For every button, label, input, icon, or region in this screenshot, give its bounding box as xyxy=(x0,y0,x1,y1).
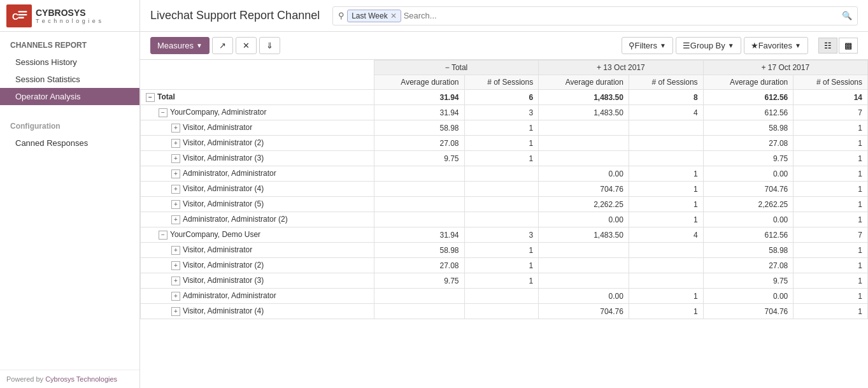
data-cell: 27.08 xyxy=(374,136,464,151)
expand-row-icon[interactable]: + xyxy=(171,215,180,224)
row-label-cell: +Visitor, Administrator xyxy=(141,120,374,136)
table-body: −Total31.9461,483.508612.5614−YourCompan… xyxy=(141,90,868,319)
logo-area: C CYBROSYS T e c h n o l o g i e s xyxy=(0,0,139,32)
toolbar-left: Measures ▼ ↗ ✕ ⇓ xyxy=(150,37,622,54)
col-sessions-oct13: # of Sessions xyxy=(629,75,703,90)
plus-icon-oct13[interactable]: + xyxy=(597,63,601,72)
data-cell: 4 xyxy=(629,227,703,243)
data-cell: 1 xyxy=(629,289,703,304)
collapse-row-icon[interactable]: − xyxy=(159,108,167,117)
expand-row-icon[interactable]: + xyxy=(171,154,180,163)
data-cell xyxy=(539,120,629,136)
sidebar-config-section: Configuration Canned Responses xyxy=(0,110,139,157)
table-row: +Visitor, Administrator (3)9.7519.751 xyxy=(141,273,868,289)
col-group-total: − Total xyxy=(374,61,538,75)
data-cell: 1 xyxy=(629,197,703,212)
measures-caret-icon: ▼ xyxy=(196,42,203,49)
row-label-cell: +Visitor, Administrator (2) xyxy=(141,136,374,151)
measures-button[interactable]: Measures ▼ xyxy=(150,37,210,54)
data-cell: 58.98 xyxy=(703,243,793,258)
data-cell: 3 xyxy=(464,105,539,120)
data-cell: 1 xyxy=(793,182,868,197)
data-cell xyxy=(539,243,629,258)
toolbar-right: ⚲ Filters ▼ ☰ Group By ▼ ★ Favorites ▼ ☷ xyxy=(622,37,858,54)
row-label-cell: −YourCompany, Administrator xyxy=(141,105,374,120)
data-cell xyxy=(374,197,464,212)
group-by-button[interactable]: ☰ Group By ▼ xyxy=(676,37,741,54)
col-sessions-total: # of Sessions xyxy=(464,75,539,90)
data-cell xyxy=(629,120,703,136)
chart-view-button[interactable]: ▩ xyxy=(839,38,858,54)
favorites-caret-icon: ▼ xyxy=(795,42,801,49)
download-button[interactable]: ⇓ xyxy=(259,37,280,54)
col-group-oct17: + 17 Oct 2017 xyxy=(703,61,867,75)
col-avg-dur-total: Average duration xyxy=(374,75,464,90)
data-cell: 1 xyxy=(629,166,703,182)
expand-row-icon[interactable]: + xyxy=(171,139,180,148)
expand-row-icon[interactable]: + xyxy=(171,292,180,301)
table-view-button[interactable]: ☷ xyxy=(818,38,837,54)
data-cell: 1 xyxy=(793,166,868,182)
data-cell: 1 xyxy=(793,273,868,289)
svg-rect-2 xyxy=(18,11,27,12)
sidebar-item-operator-analysis[interactable]: Operator Analysis xyxy=(0,88,139,105)
search-bar[interactable]: ⚲ Last Week ✕ 🔍 xyxy=(332,6,858,25)
data-cell: 1 xyxy=(793,243,868,258)
row-label-cell: +Visitor, Administrator (3) xyxy=(141,273,374,289)
collapse-icon: ✕ xyxy=(243,41,250,50)
expand-row-icon[interactable]: + xyxy=(171,246,180,255)
data-cell xyxy=(374,212,464,227)
expand-row-icon[interactable]: + xyxy=(171,277,180,285)
expand-row-icon[interactable]: + xyxy=(171,307,180,316)
data-cell: 1,483.50 xyxy=(539,105,629,120)
collapse-button[interactable]: ✕ xyxy=(236,37,257,54)
data-cell: 9.75 xyxy=(374,273,464,289)
download-icon: ⇓ xyxy=(266,41,273,50)
powered-by: Powered by Cybrosys Technologies xyxy=(0,370,139,388)
data-cell: 0.00 xyxy=(703,289,793,304)
collapse-row-icon[interactable]: − xyxy=(159,231,167,240)
table-row: +Visitor, Administrator (4)704.761704.76… xyxy=(141,304,868,319)
chart-view-icon: ▩ xyxy=(844,41,852,50)
sidebar-item-sessions-history[interactable]: Sessions History xyxy=(0,54,139,71)
table-row: +Visitor, Administrator58.98158.981 xyxy=(141,120,868,136)
data-cell: 9.75 xyxy=(703,273,793,289)
sidebar-item-canned-responses[interactable]: Canned Responses xyxy=(0,134,139,152)
data-cell: 1 xyxy=(464,136,539,151)
collapse-row-icon[interactable]: − xyxy=(146,93,155,102)
sidebar-item-session-statistics[interactable]: Session Statistics xyxy=(0,71,139,88)
powered-by-link[interactable]: Cybrosys Technologies xyxy=(45,375,117,383)
row-label-cell: +Visitor, Administrator xyxy=(141,243,374,258)
data-cell: 1 xyxy=(793,304,868,319)
col-group-oct13: + 13 Oct 2017 xyxy=(539,61,703,75)
group-by-icon: ☰ xyxy=(683,41,690,50)
expand-icon: ↗ xyxy=(219,41,226,50)
data-cell: 1 xyxy=(793,197,868,212)
data-cell xyxy=(539,258,629,273)
data-cell xyxy=(539,136,629,151)
expand-row-icon[interactable]: + xyxy=(171,169,180,178)
row-label-cell: +Visitor, Administrator (4) xyxy=(141,182,374,197)
favorites-button[interactable]: ★ Favorites ▼ xyxy=(744,37,808,54)
expand-button[interactable]: ↗ xyxy=(212,37,233,54)
table-row: +Visitor, Administrator (5)2,262.2512,26… xyxy=(141,197,868,212)
expand-row-icon[interactable]: + xyxy=(171,185,180,194)
row-label-cell: +Administrator, Administrator (2) xyxy=(141,212,374,227)
expand-row-icon[interactable]: + xyxy=(171,124,180,133)
data-cell: 4 xyxy=(629,105,703,120)
brand-sub: T e c h n o l o g i e s xyxy=(36,18,102,24)
search-input[interactable] xyxy=(404,11,842,20)
minus-icon-total[interactable]: − xyxy=(445,63,450,72)
data-cell: 1,483.50 xyxy=(539,227,629,243)
data-cell: 27.08 xyxy=(703,136,793,151)
data-cell xyxy=(629,243,703,258)
pivot-table-container: − Total + 13 Oct 2017 + 17 Oct 2017 xyxy=(140,60,868,388)
filter-remove-icon[interactable]: ✕ xyxy=(390,11,397,20)
plus-icon-oct17[interactable]: + xyxy=(761,63,765,72)
data-cell xyxy=(374,289,464,304)
search-icon[interactable]: 🔍 xyxy=(842,11,852,20)
filters-caret-icon: ▼ xyxy=(660,42,666,49)
expand-row-icon[interactable]: + xyxy=(171,261,180,270)
expand-row-icon[interactable]: + xyxy=(171,200,180,209)
filters-button[interactable]: ⚲ Filters ▼ xyxy=(622,37,673,54)
